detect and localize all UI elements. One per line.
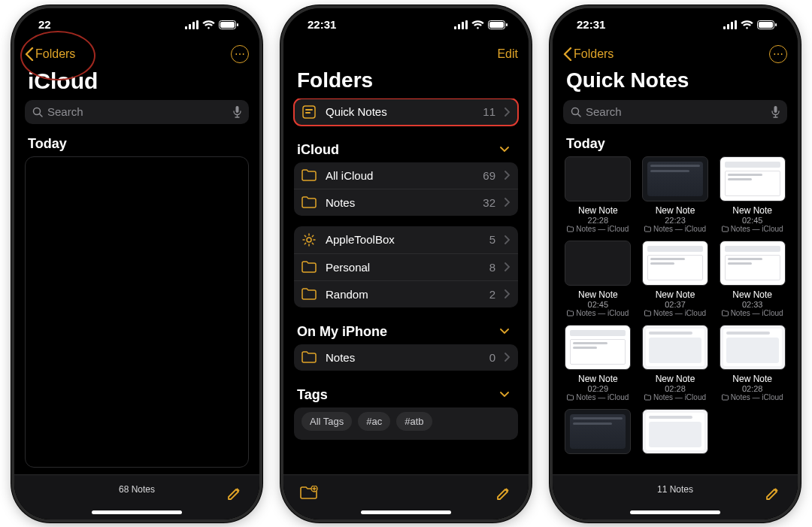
note-card[interactable]: New Note02:45Notes — iCloud — [563, 241, 633, 317]
back-button[interactable]: Folders — [563, 47, 614, 61]
note-card[interactable]: New Note22:23Notes — iCloud — [641, 156, 710, 233]
cellular-icon — [185, 20, 198, 29]
note-card[interactable]: New Note02:28Notes — iCloud — [641, 325, 710, 401]
notes-grid: New Note22:28Notes — iCloudNew Note22:23… — [563, 156, 787, 454]
wifi-icon — [741, 20, 753, 29]
note-location: Notes — iCloud — [722, 309, 783, 317]
more-button[interactable]: ⋯ — [769, 45, 787, 63]
mic-icon[interactable] — [233, 106, 241, 118]
cellular-icon — [723, 20, 737, 29]
note-card[interactable]: New Note02:33Notes — iCloud — [717, 241, 787, 317]
folder-count: 5 — [489, 233, 495, 246]
note-time: 02:33 — [742, 300, 763, 309]
note-location: Notes — iCloud — [567, 393, 629, 401]
home-indicator[interactable] — [630, 510, 720, 514]
folder-label: AppleToolBox — [326, 233, 480, 246]
tags-section-header[interactable]: Tags — [294, 381, 518, 407]
note-location: Notes — iCloud — [722, 393, 783, 401]
section-header: Today — [28, 136, 246, 152]
onmyiphone-section-header[interactable]: On My iPhone — [294, 318, 518, 344]
svg-rect-3 — [196, 20, 198, 29]
note-card[interactable]: New Note02:28Notes — iCloud — [717, 325, 787, 401]
status-time: 22:31 — [308, 18, 336, 31]
note-card[interactable]: New Note02:29Notes — iCloud — [563, 325, 633, 401]
note-title: New Note — [732, 289, 772, 300]
tag-chip[interactable]: All Tags — [301, 412, 352, 431]
svg-rect-19 — [305, 109, 313, 111]
ellipsis-icon: ⋯ — [773, 49, 783, 59]
note-card[interactable] — [563, 409, 633, 454]
svg-rect-11 — [454, 26, 456, 29]
note-thumbnail — [565, 241, 631, 286]
note-location: Notes — iCloud — [567, 309, 629, 317]
edit-button[interactable]: Edit — [497, 47, 518, 61]
icloud-section-header[interactable]: iCloud — [294, 136, 518, 162]
folder-label: Notes — [326, 351, 480, 364]
note-thumbnail — [642, 241, 708, 286]
note-card[interactable]: New Note22:28Notes — iCloud — [563, 156, 633, 233]
search-input[interactable]: Search — [25, 100, 249, 124]
svg-rect-5 — [220, 22, 235, 28]
search-input[interactable]: Search — [563, 100, 787, 124]
folder-row[interactable]: Notes 32 — [294, 189, 518, 216]
note-location: Notes — iCloud — [644, 309, 706, 317]
folder-row[interactable]: AppleToolBox 5 — [294, 226, 518, 253]
chevron-right-icon — [504, 108, 511, 117]
icloud-group-1: All iCloud 69 Notes 32 — [294, 162, 518, 216]
section-title: On My iPhone — [297, 324, 387, 340]
tag-chip[interactable]: #ac — [358, 412, 390, 431]
folder-icon — [301, 169, 317, 181]
folder-row[interactable]: Random 2 — [294, 280, 518, 307]
folder-count: 2 — [489, 288, 495, 301]
folder-row[interactable]: Personal 8 — [294, 253, 518, 280]
home-indicator[interactable] — [92, 510, 182, 514]
toolbar: 11 Notes — [553, 474, 798, 519]
svg-line-8 — [40, 114, 43, 117]
folder-count: 11 — [483, 105, 495, 118]
section-title: iCloud — [297, 142, 339, 158]
folder-row[interactable]: Notes 0 — [294, 344, 518, 371]
folder-icon — [301, 261, 317, 273]
notch — [626, 8, 724, 29]
back-label: Folders — [574, 47, 614, 61]
folder-icon — [301, 196, 317, 208]
phone-3: 22:31 Folders ⋯ Quick Notes Search Today — [553, 8, 798, 519]
chevron-right-icon — [504, 198, 511, 207]
back-button[interactable]: Folders — [25, 47, 75, 61]
folder-row[interactable]: All iCloud 69 — [294, 162, 518, 189]
svg-rect-16 — [489, 22, 504, 28]
svg-rect-1 — [189, 24, 191, 29]
note-thumbnail — [720, 325, 786, 370]
tag-chip[interactable]: #atb — [396, 412, 432, 431]
folder-label: All iCloud — [326, 169, 474, 182]
note-location: Notes — iCloud — [722, 225, 783, 233]
note-title: New Note — [732, 205, 772, 216]
svg-rect-32 — [774, 106, 777, 113]
note-count: 68 Notes — [14, 484, 259, 495]
note-card[interactable] — [641, 409, 710, 454]
note-time: 22:28 — [588, 216, 609, 225]
folder-count: 8 — [489, 261, 495, 274]
chevron-down-icon — [500, 329, 509, 335]
phone-1: 22 Folders ⋯ — [14, 8, 259, 519]
mic-icon[interactable] — [771, 106, 780, 118]
battery-icon — [757, 20, 777, 29]
battery-icon — [488, 20, 508, 29]
new-folder-button[interactable] — [300, 486, 318, 501]
note-card[interactable]: New Note02:37Notes — iCloud — [641, 241, 710, 317]
status-time: 22 — [38, 18, 51, 31]
home-indicator[interactable] — [361, 510, 451, 514]
compose-button[interactable] — [495, 485, 512, 501]
svg-rect-20 — [305, 112, 311, 114]
svg-rect-17 — [506, 23, 508, 26]
svg-rect-12 — [458, 24, 460, 29]
note-card[interactable]: New Note02:45Notes — iCloud — [717, 156, 787, 233]
svg-rect-2 — [192, 22, 195, 29]
section-header: Today — [566, 136, 784, 152]
status-time: 22:31 — [577, 18, 605, 31]
chevron-down-icon — [500, 392, 509, 398]
quick-notes-row[interactable]: Quick Notes 11 — [294, 98, 518, 126]
back-label: Folders — [35, 47, 75, 61]
more-button[interactable]: ⋯ — [231, 45, 249, 63]
note-time: 02:28 — [742, 384, 763, 393]
